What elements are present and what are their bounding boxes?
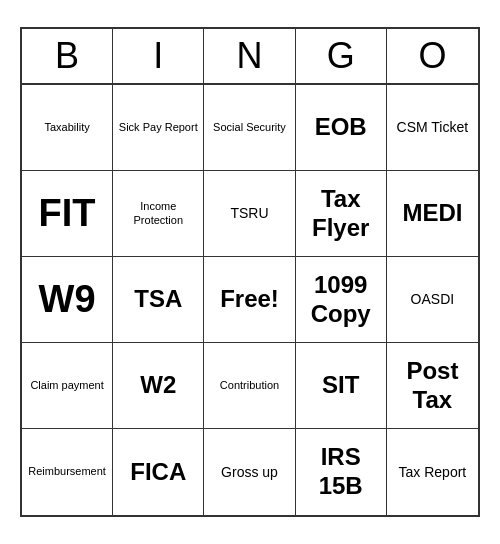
bingo-cell-17: Contribution — [204, 343, 295, 429]
cell-text-3: EOB — [315, 113, 367, 142]
bingo-grid: TaxabilitySick Pay ReportSocial Security… — [22, 85, 478, 515]
cell-text-20: Reimbursement — [28, 465, 106, 478]
cell-text-15: Claim payment — [30, 379, 103, 392]
cell-text-0: Taxability — [44, 121, 89, 134]
bingo-cell-20: Reimbursement — [22, 429, 113, 515]
bingo-cell-2: Social Security — [204, 85, 295, 171]
bingo-cell-10: W9 — [22, 257, 113, 343]
cell-text-7: TSRU — [230, 205, 268, 222]
bingo-cell-14: OASDI — [387, 257, 478, 343]
cell-text-10: W9 — [39, 277, 96, 323]
header-letter-o: O — [387, 29, 478, 83]
bingo-cell-1: Sick Pay Report — [113, 85, 204, 171]
bingo-header: BINGO — [22, 29, 478, 85]
cell-text-17: Contribution — [220, 379, 279, 392]
cell-text-13: 1099 Copy — [300, 271, 382, 329]
bingo-cell-3: EOB — [296, 85, 387, 171]
cell-text-12: Free! — [220, 285, 279, 314]
cell-text-1: Sick Pay Report — [119, 121, 198, 134]
cell-text-8: Tax Flyer — [300, 185, 382, 243]
bingo-cell-15: Claim payment — [22, 343, 113, 429]
bingo-card: BINGO TaxabilitySick Pay ReportSocial Se… — [20, 27, 480, 517]
cell-text-9: MEDI — [402, 199, 462, 228]
bingo-cell-22: Gross up — [204, 429, 295, 515]
cell-text-11: TSA — [134, 285, 182, 314]
cell-text-19: Post Tax — [391, 357, 474, 415]
bingo-cell-4: CSM Ticket — [387, 85, 478, 171]
header-letter-n: N — [204, 29, 295, 83]
bingo-cell-5: FIT — [22, 171, 113, 257]
cell-text-22: Gross up — [221, 464, 278, 481]
header-letter-g: G — [296, 29, 387, 83]
bingo-cell-23: IRS 15B — [296, 429, 387, 515]
cell-text-23: IRS 15B — [300, 443, 382, 501]
bingo-cell-16: W2 — [113, 343, 204, 429]
bingo-cell-13: 1099 Copy — [296, 257, 387, 343]
cell-text-21: FICA — [130, 458, 186, 487]
bingo-cell-12: Free! — [204, 257, 295, 343]
bingo-cell-8: Tax Flyer — [296, 171, 387, 257]
cell-text-6: Income Protection — [117, 200, 199, 226]
cell-text-14: OASDI — [411, 291, 455, 308]
bingo-cell-24: Tax Report — [387, 429, 478, 515]
bingo-cell-18: SIT — [296, 343, 387, 429]
bingo-cell-0: Taxability — [22, 85, 113, 171]
header-letter-i: I — [113, 29, 204, 83]
bingo-cell-21: FICA — [113, 429, 204, 515]
cell-text-5: FIT — [39, 191, 96, 237]
cell-text-18: SIT — [322, 371, 359, 400]
cell-text-2: Social Security — [213, 121, 286, 134]
cell-text-24: Tax Report — [399, 464, 467, 481]
bingo-cell-19: Post Tax — [387, 343, 478, 429]
header-letter-b: B — [22, 29, 113, 83]
cell-text-4: CSM Ticket — [397, 119, 469, 136]
bingo-cell-6: Income Protection — [113, 171, 204, 257]
cell-text-16: W2 — [140, 371, 176, 400]
bingo-cell-9: MEDI — [387, 171, 478, 257]
bingo-cell-7: TSRU — [204, 171, 295, 257]
bingo-cell-11: TSA — [113, 257, 204, 343]
